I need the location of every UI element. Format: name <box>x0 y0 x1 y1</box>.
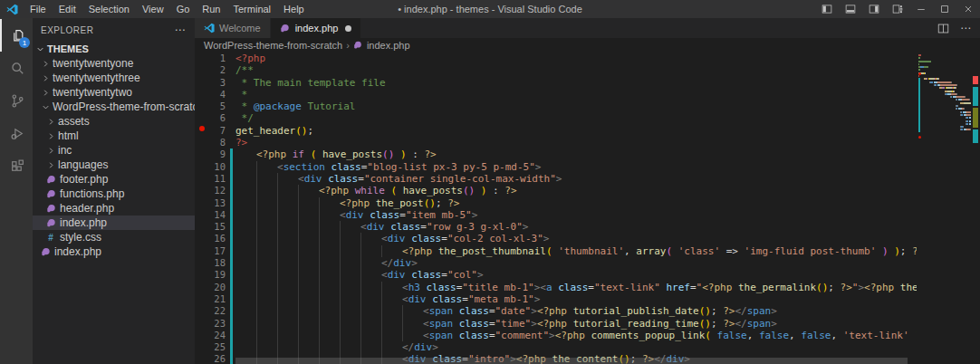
breakpoint-margin[interactable] <box>195 245 206 257</box>
breakpoint-margin[interactable] <box>195 305 206 317</box>
menu-terminal[interactable]: Terminal <box>227 0 278 18</box>
code-text[interactable]: <div class="row g-3 g-xl-0"> <box>233 221 917 233</box>
code-text[interactable]: ?> <box>233 137 917 148</box>
breakpoint-margin[interactable] <box>195 161 206 173</box>
extensions-icon[interactable] <box>0 149 33 182</box>
toggle-primary-sidebar-icon[interactable] <box>815 0 839 18</box>
menu-file[interactable]: File <box>24 0 53 18</box>
minimize-icon[interactable] <box>909 0 933 18</box>
toggle-secondary-sidebar-icon[interactable] <box>862 0 886 18</box>
tree-file-header.php[interactable]: header.php <box>33 201 195 216</box>
tree-file-footer.php[interactable]: footer.php <box>33 172 195 187</box>
breakpoint-margin[interactable] <box>195 125 206 137</box>
breakpoint-margin[interactable] <box>195 89 206 101</box>
editor-more-actions-icon[interactable]: ⋯ <box>960 22 971 34</box>
tree-file-index.php[interactable]: index.php <box>33 216 195 230</box>
code-text[interactable]: */ <box>233 112 917 124</box>
code-text[interactable]: <span class="comment"><?php comments_pop… <box>233 330 917 341</box>
php-file-icon <box>353 41 363 51</box>
code-text[interactable]: <div class="col"> <box>233 269 917 281</box>
breadcrumb-file[interactable]: index.php <box>367 40 410 51</box>
code-text[interactable]: <div class="container single-col-max-wid… <box>233 173 917 185</box>
breakpoint-margin[interactable] <box>195 269 206 281</box>
breakpoint-margin[interactable] <box>195 209 206 221</box>
code-text[interactable]: <div class="item mb-5"> <box>233 209 917 221</box>
breakpoint-margin[interactable] <box>195 197 206 209</box>
dirty-indicator-icon[interactable] <box>345 25 351 32</box>
explorer-icon[interactable]: 1 <box>0 19 33 52</box>
breakpoint-margin[interactable] <box>195 173 206 185</box>
code-text[interactable]: <span class="time"><?php tutorial_readin… <box>233 318 917 330</box>
source-control-icon[interactable] <box>0 84 33 117</box>
code-text[interactable]: <div class="meta mb-1"> <box>233 293 917 305</box>
tree-file-functions.php[interactable]: functions.php <box>33 187 195 201</box>
code-text[interactable]: <?php the_post(); ?> <box>233 197 917 209</box>
code-text[interactable]: <?php the_post_thumbnail( 'thumbnail', a… <box>233 245 917 257</box>
code-text[interactable]: /** <box>233 64 917 76</box>
breakpoint-margin[interactable] <box>195 318 206 330</box>
breakpoint-margin[interactable] <box>195 185 206 196</box>
menu-selection[interactable]: Selection <box>82 0 136 18</box>
breakpoint-margin[interactable] <box>195 77 206 89</box>
breakpoint-margin[interactable] <box>195 341 206 353</box>
code-text[interactable]: </div> <box>233 341 917 353</box>
code-text[interactable]: <?php <box>233 53 917 64</box>
tree-folder-html[interactable]: html <box>33 129 195 143</box>
tab-index-php[interactable]: index.php <box>271 18 361 38</box>
breakpoint-margin[interactable] <box>195 148 206 160</box>
menu-run[interactable]: Run <box>196 0 226 18</box>
close-icon[interactable] <box>956 0 980 18</box>
views-more-actions-icon[interactable]: ⋯ <box>175 24 187 36</box>
split-editor-icon[interactable] <box>937 23 949 34</box>
toggle-panel-icon[interactable] <box>839 0 862 18</box>
tree-folder-inc[interactable]: inc <box>33 143 195 158</box>
breakpoint-margin[interactable] <box>195 53 206 64</box>
breakpoint-margin[interactable] <box>195 137 206 148</box>
horizontal-scrollbar[interactable] <box>235 358 908 364</box>
breakpoint-margin[interactable] <box>195 282 206 293</box>
tab-welcome[interactable]: Welcome <box>195 18 270 38</box>
search-icon[interactable] <box>0 52 33 84</box>
tree-folder-languages[interactable]: languages <box>33 158 195 172</box>
minimap[interactable] <box>918 54 971 364</box>
line-number: 3 <box>206 77 226 89</box>
breakpoint-margin[interactable] <box>195 257 206 269</box>
code-text[interactable]: * <box>233 89 917 101</box>
tree-folder-wordpress-theme-from-scratch[interactable]: WordPress-theme-from-scratch <box>33 100 195 114</box>
code-text[interactable]: <?php while ( have_posts() ) : ?> <box>233 185 917 196</box>
tree-folder-assets[interactable]: assets <box>33 114 195 129</box>
breakpoint-margin[interactable] <box>195 101 206 112</box>
code-text[interactable]: <span class="date"><?php tutorial_publis… <box>233 305 917 317</box>
code-text[interactable]: </div> <box>233 257 917 269</box>
code-text[interactable]: <?php if ( have_posts() ) : ?> <box>233 148 917 160</box>
breakpoint-margin[interactable] <box>195 64 206 76</box>
overview-ruler[interactable] <box>971 53 980 364</box>
code-text[interactable]: * @package Tutorial <box>233 101 917 112</box>
breakpoint-icon[interactable] <box>199 126 205 131</box>
breadcrumb-folder[interactable]: WordPress-theme-from-scratch <box>204 40 342 51</box>
code-text[interactable]: <div class="col-2 col-xl-3"> <box>233 233 917 244</box>
breakpoint-margin[interactable] <box>195 330 206 341</box>
tree-folder-twentytwentytwo[interactable]: twentytwentytwo <box>33 85 195 100</box>
breakpoint-margin[interactable] <box>195 233 206 244</box>
maximize-icon[interactable] <box>933 0 956 18</box>
code-text[interactable]: * The main template file <box>233 77 917 89</box>
menu-help[interactable]: Help <box>277 0 311 18</box>
customize-layout-icon[interactable] <box>886 0 909 18</box>
run-and-debug-icon[interactable] <box>0 117 33 149</box>
tree-folder-twentytwentyone[interactable]: twentytwentyone <box>33 56 195 71</box>
code-text[interactable]: <section class="blog-list px-3 py-5 p-md… <box>233 161 917 173</box>
menu-edit[interactable]: Edit <box>53 0 82 18</box>
breakpoint-margin[interactable] <box>195 353 206 364</box>
breakpoint-margin[interactable] <box>195 293 206 305</box>
menu-go[interactable]: Go <box>170 0 197 18</box>
code-text[interactable]: <h3 class="title mb-1"><a class="text-li… <box>233 282 917 293</box>
section-themes[interactable]: THEMES <box>33 42 195 56</box>
code-text[interactable]: get_header(); <box>233 125 917 137</box>
breakpoint-margin[interactable] <box>195 221 206 233</box>
tree-file-index.php[interactable]: index.php <box>33 244 195 259</box>
tree-file-style.css[interactable]: #style.css <box>33 230 195 244</box>
tree-folder-twentytwentythree[interactable]: twentytwentythree <box>33 71 195 85</box>
breakpoint-margin[interactable] <box>195 112 206 124</box>
menu-view[interactable]: View <box>136 0 170 18</box>
